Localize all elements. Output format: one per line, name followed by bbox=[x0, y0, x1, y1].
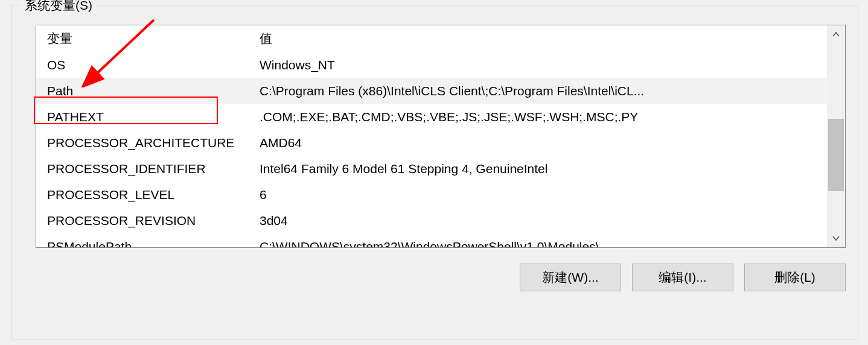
edit-button[interactable]: 编辑(I)... bbox=[632, 264, 733, 291]
cell-value: .COM;.EXE;.BAT;.CMD;.VBS;.VBE;.JS;.JSE;.… bbox=[257, 110, 827, 124]
cell-value: Intel64 Family 6 Model 61 Stepping 4, Ge… bbox=[257, 162, 827, 176]
vertical-scrollbar[interactable] bbox=[827, 25, 845, 247]
scroll-thumb[interactable] bbox=[828, 119, 844, 191]
table-row[interactable]: PROCESSOR_LEVEL6 bbox=[36, 182, 827, 207]
table-row[interactable]: PROCESSOR_REVISION3d04 bbox=[36, 207, 827, 233]
column-header-value[interactable]: 值 bbox=[257, 30, 827, 47]
table-row[interactable]: PROCESSOR_IDENTIFIERIntel64 Family 6 Mod… bbox=[36, 156, 827, 182]
cell-variable: Path bbox=[36, 84, 257, 98]
column-header-variable[interactable]: 变量 bbox=[36, 30, 257, 47]
new-button[interactable]: 新建(W)... bbox=[520, 264, 621, 291]
cell-variable: PROCESSOR_ARCHITECTURE bbox=[36, 136, 257, 150]
cell-variable: PROCESSOR_IDENTIFIER bbox=[36, 162, 257, 176]
cell-variable: PSModulePath bbox=[36, 239, 257, 248]
table-row[interactable]: PATHEXT.COM;.EXE;.BAT;.CMD;.VBS;.VBE;.JS… bbox=[36, 104, 827, 130]
cell-variable: OS bbox=[36, 58, 257, 72]
cell-value: AMD64 bbox=[257, 136, 827, 150]
cell-variable: PROCESSOR_REVISION bbox=[36, 214, 257, 228]
delete-button[interactable]: 删除(L) bbox=[744, 264, 846, 291]
cell-value: C:\Program Files (x86)\Intel\iCLS Client… bbox=[257, 84, 827, 98]
table-row[interactable]: OSWindows_NT bbox=[36, 52, 827, 78]
cell-variable: PROCESSOR_LEVEL bbox=[36, 188, 257, 202]
cell-value: 3d04 bbox=[257, 214, 827, 228]
scroll-up-arrow-icon[interactable] bbox=[827, 25, 845, 43]
groupbox-title: 系统变量(S) bbox=[20, 0, 97, 14]
cell-value: C:\WINDOWS\system32\WindowsPowerShell\v1… bbox=[257, 239, 827, 248]
system-variables-list[interactable]: 变量 值 OSWindows_NTPathC:\Program Files (x… bbox=[36, 25, 846, 248]
table-row[interactable]: PROCESSOR_ARCHITECTUREAMD64 bbox=[36, 130, 827, 156]
cell-value: 6 bbox=[257, 188, 827, 202]
scroll-down-arrow-icon[interactable] bbox=[827, 229, 845, 247]
table-row[interactable]: PathC:\Program Files (x86)\Intel\iCLS Cl… bbox=[36, 78, 827, 104]
button-row: 新建(W)... 编辑(I)... 删除(L) bbox=[36, 264, 846, 294]
cell-value: Windows_NT bbox=[257, 58, 827, 72]
list-header[interactable]: 变量 值 bbox=[36, 25, 827, 52]
table-row[interactable]: PSModulePathC:\WINDOWS\system32\WindowsP… bbox=[36, 233, 827, 247]
cell-variable: PATHEXT bbox=[36, 110, 257, 124]
system-variables-groupbox: 系统变量(S) 变量 值 OSWindows_NTPathC:\Program … bbox=[11, 5, 858, 340]
